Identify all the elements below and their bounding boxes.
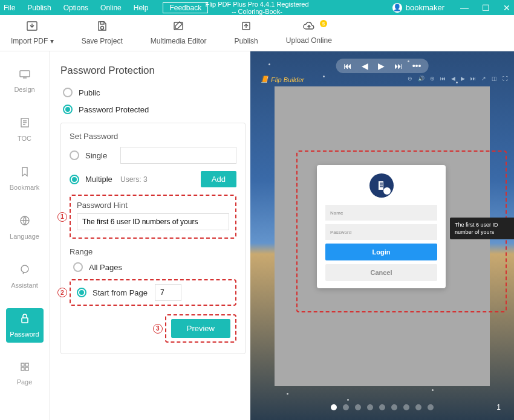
radio-protected[interactable]: Password Protected [63, 105, 246, 114]
sidenav-page[interactable]: Page [6, 357, 44, 390]
radio-public-label: Public [79, 88, 100, 97]
list-icon [19, 117, 30, 131]
import-pdf-button[interactable]: Import PDF ▾ [11, 21, 54, 45]
cancel-button[interactable]: Cancel [325, 264, 437, 281]
panel-heading: Password Protection [60, 65, 246, 77]
sound-icon[interactable]: 🔊 [418, 76, 425, 82]
multimedia-editor-button[interactable]: Multimedia Editor [151, 21, 207, 45]
mini-prev-icon[interactable]: ◀ [451, 76, 455, 82]
radio-single[interactable]: Single [70, 150, 113, 160]
single-password-input[interactable] [120, 147, 236, 164]
radio-start-from-label: Start from Page [93, 288, 148, 297]
first-page-icon[interactable]: ⏮ [343, 61, 352, 71]
page-dot[interactable] [367, 404, 373, 410]
zoom-in-icon[interactable]: ⊕ [430, 76, 435, 82]
side-nav: Design TOC Bookmark Language Assistant P… [0, 51, 50, 420]
menu-online[interactable]: Online [100, 4, 122, 12]
hint-tooltip: The first 6 user ID number of yours [450, 218, 514, 239]
edit-icon [173, 21, 184, 34]
feedback-button[interactable]: Feedback [163, 2, 208, 13]
page-dot[interactable] [355, 404, 361, 410]
bookmark-icon [20, 166, 30, 180]
save-label: Save Project [82, 37, 123, 45]
menu-options[interactable]: Options [63, 4, 88, 12]
sidenav-toc[interactable]: TOC [6, 112, 44, 147]
user-badge[interactable]: 👤 bookmaker [392, 3, 444, 13]
preview-brand-label: Flip Builder [271, 76, 304, 83]
radio-circle-icon [63, 105, 73, 114]
mini-last-icon[interactable]: ⏭ [470, 76, 476, 82]
sidenav-page-label: Page [17, 378, 33, 386]
radio-all-pages[interactable]: All Pages [73, 262, 236, 272]
menu-help[interactable]: Help [134, 4, 149, 12]
radio-start-from[interactable]: Start from Page [77, 288, 148, 297]
preview-mini-toolbar: ⊖ 🔊 ⊕ ⏮ ◀ ▶ ⏭ ↗ ◫ ⛶ [408, 76, 508, 82]
mini-first-icon[interactable]: ⏮ [440, 76, 446, 82]
login-password-input[interactable]: Password [325, 224, 437, 240]
mini-next-icon[interactable]: ▶ [461, 76, 465, 82]
svg-point-8 [21, 265, 28, 273]
lock-icon [20, 313, 30, 327]
login-button[interactable]: Login [325, 244, 437, 260]
preview-pane: ⏮ ◀ ▶ ⏭ ••• 📙 Flip Builder ⊖ 🔊 ⊕ ⏮ ◀ ▶ ⏭… [250, 51, 514, 420]
close-button[interactable]: ✕ [503, 3, 510, 13]
sidenav-language[interactable]: Language [6, 210, 44, 245]
radio-multiple-label: Multiple [85, 175, 112, 184]
share-icon[interactable]: ↗ [481, 76, 486, 82]
save-icon [97, 21, 108, 34]
prev-page-icon[interactable]: ◀ [362, 61, 368, 71]
publish-button[interactable]: Publish [234, 21, 258, 45]
import-icon [26, 21, 38, 34]
password-hint-input[interactable] [77, 213, 229, 230]
zoom-out-icon[interactable]: ⊖ [408, 76, 412, 82]
fullscreen-icon[interactable]: ⛶ [503, 76, 508, 82]
login-name-input[interactable]: Name [325, 205, 437, 221]
start-page-input[interactable] [155, 284, 181, 301]
preview-brand: 📙 Flip Builder [260, 76, 304, 83]
annotation-2-icon: 2 [57, 288, 67, 297]
radio-public[interactable]: Public [63, 88, 246, 97]
preview-button[interactable]: Preview [171, 319, 230, 338]
start-from-page-group: 2 Start from Page [70, 279, 236, 306]
sidenav-bookmark-label: Bookmark [10, 184, 40, 191]
password-hint-label: Password Hint [77, 201, 229, 210]
more-icon[interactable]: ••• [412, 61, 421, 71]
page-dot[interactable] [428, 404, 434, 410]
globe-icon [19, 215, 30, 229]
next-page-icon[interactable]: ▶ [378, 61, 385, 71]
upload-label: Upload Online [286, 36, 332, 45]
thumbs-icon[interactable]: ◫ [492, 76, 497, 82]
save-project-button[interactable]: Save Project [82, 21, 123, 45]
page-dot[interactable] [403, 404, 409, 410]
annotation-3-icon: 3 [153, 324, 163, 334]
page-dot[interactable] [331, 404, 337, 410]
radio-all-pages-label: All Pages [89, 263, 122, 272]
add-button[interactable]: Add [201, 171, 236, 187]
sidenav-assistant[interactable]: Assistant [6, 259, 44, 294]
radio-multiple[interactable]: Multiple [70, 175, 113, 184]
grid-icon [20, 362, 30, 375]
upload-online-button[interactable]: $ Upload Online [286, 21, 332, 45]
minimize-button[interactable]: — [460, 3, 469, 13]
titlebar: File Publish Options Online Help Feedbac… [0, 0, 514, 15]
page-dot[interactable] [415, 404, 421, 410]
menu-publish[interactable]: Publish [27, 4, 51, 12]
svg-rect-10 [21, 363, 24, 366]
page-dot[interactable] [391, 404, 397, 410]
window-controls: — ☐ ✕ [460, 3, 510, 13]
page-dot[interactable] [379, 404, 385, 410]
last-page-icon[interactable]: ⏭ [394, 61, 403, 71]
sidenav-password-label: Password [10, 331, 39, 338]
maximize-button[interactable]: ☐ [482, 3, 490, 13]
sidenav-bookmark[interactable]: Bookmark [6, 161, 44, 196]
import-label: Import PDF ▾ [11, 37, 54, 45]
sidenav-design[interactable]: Design [6, 65, 44, 98]
menu-file[interactable]: File [4, 4, 15, 12]
range-label: Range [70, 247, 236, 256]
username-label: bookmaker [406, 3, 444, 12]
page-dot[interactable] [343, 404, 349, 410]
sidenav-assistant-label: Assistant [11, 282, 38, 289]
mm-label: Multimedia Editor [151, 37, 207, 45]
sidenav-password[interactable]: Password [6, 308, 44, 343]
set-password-label: Set Password [70, 132, 236, 141]
